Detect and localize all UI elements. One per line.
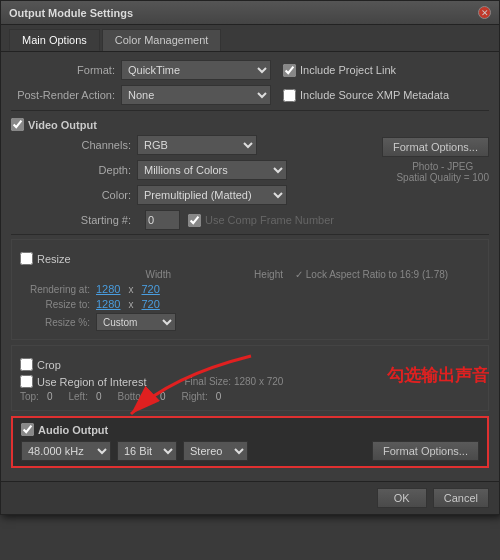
crop-use-region-row: Use Region of Interest Final Size: 1280 … [20,375,480,388]
audio-output-text: Audio Output [38,424,108,436]
right-label: Right: [182,391,208,402]
color-row: Color: Premultiplied (Matted) [27,185,287,205]
right-value: 0 [216,391,222,402]
use-comp-frame-text: Use Comp Frame Number [205,214,334,226]
starting-label: Starting #: [27,214,137,226]
left-value: 0 [96,391,102,402]
close-button[interactable]: ✕ [478,6,491,19]
video-output-header: Video Output [11,118,489,131]
depth-select[interactable]: Millions of Colors [137,160,287,180]
crop-text: Crop [37,359,61,371]
format-select[interactable]: QuickTime [121,60,271,80]
main-content: Format: QuickTime Include Project Link P… [1,52,499,481]
use-region-text: Use Region of Interest [37,376,146,388]
include-xmp-text: Include Source XMP Metadata [300,89,449,101]
rendering-height[interactable]: 720 [141,283,159,295]
crop-checkbox[interactable] [20,358,33,371]
rendering-at-row: Rendering at: 1280 x 720 [20,283,480,295]
crop-section: Crop Use Region of Interest Final Size: … [11,345,489,411]
rendering-width[interactable]: 1280 [96,283,120,295]
starting-input[interactable] [145,210,180,230]
sample-rate-select[interactable]: 48.000 kHz [21,441,111,461]
tab-main-options[interactable]: Main Options [9,29,100,51]
video-output-text: Video Output [28,119,97,131]
post-render-label: Post-Render Action: [11,89,121,101]
resize-pct-select[interactable]: Custom [96,313,176,331]
include-xmp-checkbox[interactable] [283,89,296,102]
resize-x2: x [128,299,133,310]
channels-select[interactable]: RGB [137,135,257,155]
bottom-value: 0 [160,391,166,402]
include-project-link-checkbox[interactable] [283,64,296,77]
include-project-link-checkbox-row: Include Project Link [283,64,396,77]
crop-values-row: Top: 0 Left: 0 Bottom: 0 Right: 0 [20,391,480,402]
resize-pct-label: Resize %: [20,317,90,328]
ok-button[interactable]: OK [377,488,427,508]
channels-audio-select[interactable]: Stereo [183,441,248,461]
footer: OK Cancel [1,481,499,514]
video-output-content: Channels: RGB Depth: Millions of Colors [11,135,489,230]
bottom-label: Bottom: [118,391,152,402]
height-label: Height [213,269,283,280]
use-comp-frame-label[interactable]: Use Comp Frame Number [188,214,334,227]
cancel-button[interactable]: Cancel [433,488,489,508]
audio-output-section: Audio Output 48.000 kHz 16 Bit Stereo Fo… [11,416,489,468]
lock-label: ✓ Lock Aspect Ratio to 16:9 (1.78) [295,269,448,280]
use-comp-frame-checkbox[interactable] [188,214,201,227]
final-size-text: Final Size: 1280 x 720 [184,376,283,387]
audio-output-header: Audio Output [21,423,479,436]
top-label: Top: [20,391,39,402]
resize-to-width[interactable]: 1280 [96,298,120,310]
top-value: 0 [47,391,53,402]
resize-to-label: Resize to: [20,299,90,310]
audio-annotation-container: 勾选输出声音 Audio Output 48.000 kHz 16 Bit [11,416,489,468]
bit-depth-select[interactable]: 16 Bit [117,441,177,461]
window-title: Output Module Settings [9,7,133,19]
use-region-label[interactable]: Use Region of Interest [20,375,146,388]
video-output-checkbox[interactable] [11,118,24,131]
resize-to-height[interactable]: 720 [141,298,159,310]
tab-color-management[interactable]: Color Management [102,29,222,51]
audio-format-options-button[interactable]: Format Options... [372,441,479,461]
resize-labels-row: Width Height ✓ Lock Aspect Ratio to 16:9… [20,269,480,280]
width-label: Width [101,269,171,280]
color-select[interactable]: Premultiplied (Matted) [137,185,287,205]
post-render-row: Post-Render Action: None Include Source … [11,85,489,105]
post-render-select[interactable]: None [121,85,271,105]
include-xmp-label[interactable]: Include Source XMP Metadata [283,89,449,102]
include-xmp-row: Include Source XMP Metadata [283,89,449,102]
format-label: Format: [11,64,121,76]
title-bar: Output Module Settings ✕ [1,1,499,25]
photo-info-line1: Photo - JPEG [396,161,489,172]
resize-text: Resize [37,253,71,265]
left-label: Left: [68,391,87,402]
audio-controls: 48.000 kHz 16 Bit Stereo Format Options.… [21,441,479,461]
color-label: Color: [27,189,137,201]
channels-label: Channels: [27,139,137,151]
resize-to-row: Resize to: 1280 x 720 [20,298,480,310]
rendering-label: Rendering at: [20,284,90,295]
channels-row: Channels: RGB [27,135,287,155]
photo-info-line2: Spatial Quality = 100 [396,172,489,183]
photo-info: Photo - JPEG Spatial Quality = 100 [396,161,489,183]
video-output-checkbox-label[interactable]: Video Output [11,118,97,131]
resize-checkbox[interactable] [20,252,33,265]
crop-header: Crop [20,358,480,371]
resize-checkbox-label[interactable]: Resize [20,252,71,265]
audio-output-checkbox-label[interactable]: Audio Output [21,423,108,436]
output-module-settings-window: Output Module Settings ✕ Main Options Co… [0,0,500,515]
format-options-button[interactable]: Format Options... [382,137,489,157]
resize-x1: x [128,284,133,295]
depth-row: Depth: Millions of Colors [27,160,287,180]
depth-label: Depth: [27,164,137,176]
format-row: Format: QuickTime Include Project Link [11,60,489,80]
tab-bar: Main Options Color Management [1,25,499,52]
use-region-checkbox[interactable] [20,375,33,388]
audio-output-checkbox[interactable] [21,423,34,436]
crop-checkbox-label[interactable]: Crop [20,358,61,371]
window-controls: ✕ [478,6,491,19]
include-project-link-text: Include Project Link [300,64,396,76]
resize-header: Resize [20,252,480,265]
include-project-link-label[interactable]: Include Project Link [283,64,396,77]
resize-pct-row: Resize %: Custom [20,313,480,331]
